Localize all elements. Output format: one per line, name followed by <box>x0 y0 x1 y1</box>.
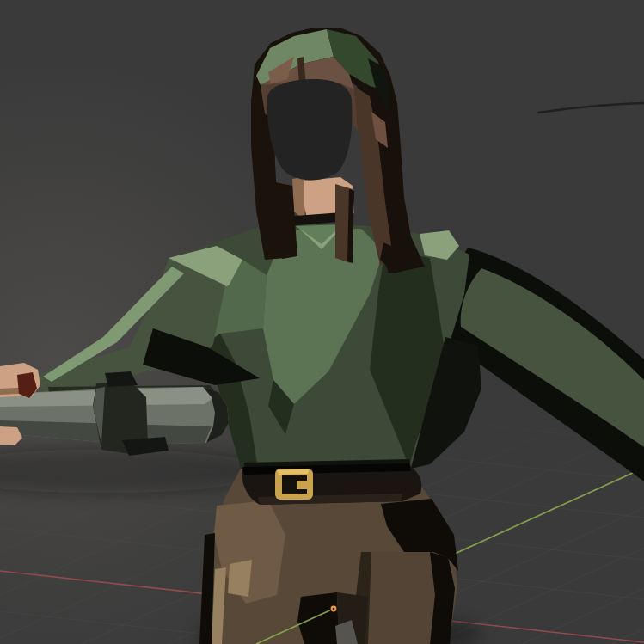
crotch-shadow <box>297 592 339 644</box>
buckle-tab <box>297 481 307 489</box>
scene-canvas[interactable] <box>0 0 644 644</box>
object-origin-marker[interactable] <box>329 604 338 613</box>
origin-center <box>333 608 335 610</box>
left-knee-accent <box>228 560 252 597</box>
viewport-3d[interactable] <box>0 0 644 644</box>
